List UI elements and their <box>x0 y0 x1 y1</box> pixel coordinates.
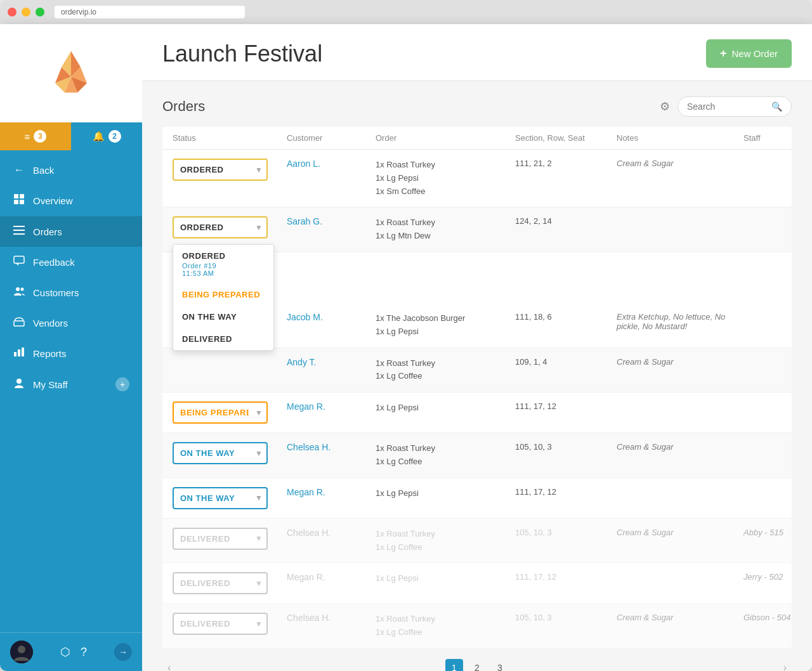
order-items: 1x Lg Pepsi <box>376 401 515 415</box>
seat-info: 105, 10, 3 <box>515 613 617 622</box>
status-cell: ORDERED BEING PREPARED ON THE WAY DELIVE… <box>173 528 287 550</box>
logout-button[interactable]: → <box>114 643 132 661</box>
minimize-button[interactable] <box>22 8 30 16</box>
messages-badge: 3 <box>34 130 46 143</box>
table-header: Status Customer Order Section, Row, Seat… <box>162 127 792 150</box>
help-icon[interactable]: ? <box>81 646 87 659</box>
customer-name: Jacob M. <box>287 312 376 322</box>
notes-text: Cream & Sugar <box>617 159 743 168</box>
new-order-button[interactable]: + New Order <box>706 39 792 68</box>
sidebar-item-orders[interactable]: Orders <box>0 216 142 247</box>
status-select[interactable]: ORDERED BEING PREPARED ON THE WAY DELIVE… <box>173 613 268 635</box>
sidebar-nav: ← Back Overview Orders Feedback <box>0 150 142 632</box>
sidebar-item-customers[interactable]: Customers <box>0 277 142 308</box>
maximize-button[interactable] <box>36 8 44 16</box>
notifications-tab[interactable]: 🔔 2 <box>71 122 142 150</box>
prev-page-button[interactable]: ‹ <box>162 660 176 671</box>
svg-point-17 <box>16 287 20 291</box>
app-container: ≡ 3 🔔 2 ← Back Overview <box>0 24 812 671</box>
staff-label: My Staff <box>33 379 68 390</box>
status-select[interactable]: ORDERED BEING PREPARED ON THE WAY DELIVE… <box>173 216 268 238</box>
dropdown-meta: Order #1911:53 AM <box>182 262 265 277</box>
customer-name: Megan R. <box>287 572 376 582</box>
dropdown-option-on-the-way[interactable]: ON THE WAY <box>173 306 273 328</box>
status-dropdown: ORDERED BEING PREPARED ON THE WAY DELIVE… <box>173 442 268 464</box>
address-bar[interactable]: ordervip.io <box>55 6 245 18</box>
new-order-label: New Order <box>731 48 778 59</box>
next-page-button[interactable]: › <box>778 660 792 671</box>
messages-tab[interactable]: ≡ 3 <box>0 122 71 150</box>
col-seat: Section, Row, Seat <box>515 133 617 143</box>
add-staff-button[interactable]: + <box>115 377 129 391</box>
vendors-label: Vendors <box>33 318 68 329</box>
col-staff: Staff <box>743 133 812 143</box>
notes-text: Cream & Sugar <box>617 357 743 367</box>
table-row: ORDERED BEING PREPARED ON THE WAY DELIVE… <box>162 478 792 519</box>
svg-rect-22 <box>22 348 24 356</box>
order-items: 1x Lg Pepsi <box>376 572 515 585</box>
status-dropdown: ORDERED BEING PREPARED ON THE WAY DELIVE… <box>173 401 268 424</box>
page-2-button[interactable]: 2 <box>468 659 486 671</box>
status-cell: ORDERED BEING PREPARED ON THE WAY DELIVE… <box>173 401 287 424</box>
search-input[interactable] <box>687 101 766 112</box>
sidebar-item-reports[interactable]: Reports <box>0 338 142 368</box>
status-dropdown: ORDERED BEING PREPARED ON THE WAY DELIVE… <box>173 216 268 238</box>
orders-icon <box>13 225 25 238</box>
filter-icon[interactable]: ⚙ <box>660 100 670 114</box>
status-select[interactable]: ORDERED BEING PREPARED ON THE WAY DELIVE… <box>173 528 268 550</box>
svg-rect-21 <box>18 349 20 356</box>
dropdown-option-being-prepared[interactable]: BEING PREPARED <box>173 283 273 306</box>
table-row: ORDERED BEING PREPARED ON THE WAY DELIVE… <box>162 150 792 207</box>
sidebar-item-staff[interactable]: My Staff + <box>0 368 142 400</box>
col-customer: Customer <box>287 133 376 143</box>
status-select[interactable]: ORDERED BEING PREPARED ON THE WAY DELIVE… <box>173 487 268 509</box>
staff-text: Gibson - 504 <box>743 613 812 622</box>
status-select[interactable]: ORDERED BEING PREPARED ON THE WAY DELIVE… <box>173 159 268 181</box>
status-select[interactable]: ORDERED BEING PREPARED ON THE WAY DELIVE… <box>173 572 268 594</box>
customer-name: Aaron L. <box>287 159 376 169</box>
order-items: 1x Roast Turkey1x Lg Coffee <box>376 442 515 469</box>
dropdown-option-ordered[interactable]: ORDERED Order #1911:53 AM <box>173 245 273 283</box>
sidebar-item-back[interactable]: ← Back <box>0 155 142 185</box>
seat-info: 105, 10, 3 <box>515 442 617 452</box>
section-actions: ⚙ 🔍 <box>660 96 792 117</box>
customer-name: Chelsea H. <box>287 442 376 452</box>
overview-icon <box>13 193 25 207</box>
status-select[interactable]: ORDERED BEING PREPARED ON THE WAY DELIVE… <box>173 401 268 424</box>
svg-point-25 <box>18 646 25 653</box>
sidebar-item-feedback[interactable]: Feedback <box>0 247 142 277</box>
dropdown-option-delivered[interactable]: DELIVERED <box>173 328 273 350</box>
status-select[interactable]: ORDERED BEING PREPARED ON THE WAY DELIVE… <box>173 442 268 464</box>
vendors-icon <box>13 316 25 329</box>
seat-info: 111, 17, 12 <box>515 572 617 582</box>
table-row: Andy T. 1x Roast Turkey1x Lg Coffee 109,… <box>162 348 792 393</box>
share-icon[interactable]: ⬡ <box>60 645 70 659</box>
svg-rect-20 <box>14 352 16 356</box>
window-chrome: ordervip.io <box>0 0 812 24</box>
customers-icon <box>13 286 25 299</box>
customers-label: Customers <box>33 287 79 298</box>
seat-info: 109, 1, 4 <box>515 357 617 367</box>
sidebar: ≡ 3 🔔 2 ← Back Overview <box>0 24 142 671</box>
sidebar-item-overview[interactable]: Overview <box>0 185 142 216</box>
sidebar-item-vendors[interactable]: Vendors <box>0 308 142 338</box>
seat-info: 124, 2, 14 <box>515 216 617 226</box>
status-dropdown: ORDERED BEING PREPARED ON THE WAY DELIVE… <box>173 487 268 509</box>
status-cell: ORDERED BEING PREPARED ON THE WAY DELIVE… <box>173 216 287 238</box>
seat-info: 111, 18, 6 <box>515 312 617 322</box>
orders-label: Orders <box>33 226 62 237</box>
seat-info: 111, 17, 12 <box>515 487 617 497</box>
page-title: Launch Festival <box>162 41 322 67</box>
page-1-button[interactable]: 1 <box>445 659 463 671</box>
search-icon: 🔍 <box>771 101 782 112</box>
order-items: 1x Roast Turkey1x Lg Coffee <box>376 357 515 384</box>
notes-text: Extra Ketchup, No lettuce, No pickle, No… <box>617 312 743 331</box>
page-3-button[interactable]: 3 <box>491 659 509 671</box>
table-row: ORDERED BEING PREPARED ON THE WAY DELIVE… <box>162 604 792 649</box>
back-icon: ← <box>13 164 25 176</box>
customer-name: Megan R. <box>287 487 376 497</box>
close-button[interactable] <box>8 8 16 16</box>
svg-rect-9 <box>20 194 24 199</box>
pagination: ‹ 1 2 3 › <box>162 649 792 671</box>
svg-rect-15 <box>14 256 24 263</box>
